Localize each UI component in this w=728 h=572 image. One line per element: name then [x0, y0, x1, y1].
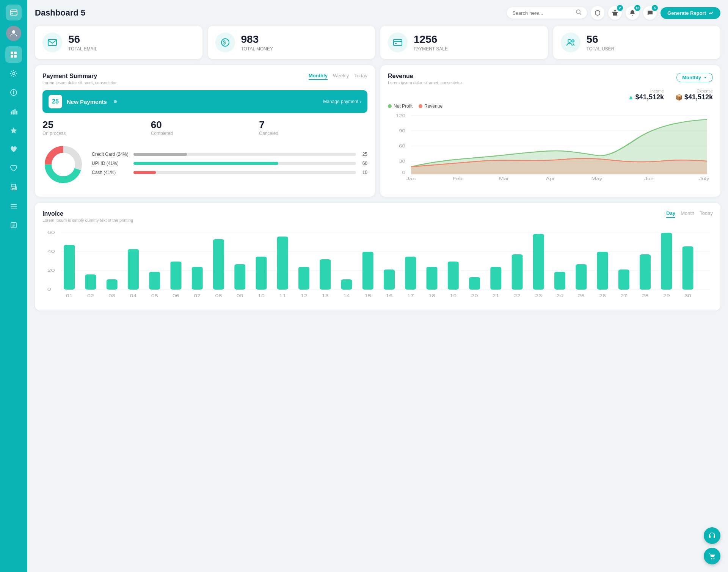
expense-value: 📦 $41,512k [675, 93, 713, 101]
revenue-chart: 120 90 60 30 0 Jan Feb Mar Apr May Jun J… [388, 112, 713, 188]
tab-invoice-today[interactable]: Today [700, 210, 713, 218]
revenue-filter-dropdown[interactable]: Monthly [676, 73, 713, 82]
svg-rect-86 [427, 267, 438, 290]
bar-fill-credit [133, 153, 187, 156]
svg-rect-98 [682, 246, 693, 290]
svg-text:May: May [591, 177, 602, 181]
svg-rect-91 [533, 234, 544, 290]
revenue-header: Revenue Lorem ipsum dolor sit amet, cons… [388, 73, 713, 85]
svg-point-130 [714, 558, 715, 559]
tab-invoice-day[interactable]: Day [666, 210, 675, 218]
bar-track-credit [133, 153, 356, 156]
manage-payment-link[interactable]: Manage payment › [323, 99, 361, 104]
bar-label-cash: Cash (41%) [92, 170, 130, 175]
svg-point-129 [711, 558, 712, 559]
bell-icon-btn[interactable]: 12 [626, 6, 639, 20]
svg-text:Jan: Jan [406, 177, 416, 181]
sidebar-item-heart1[interactable] [5, 141, 22, 158]
svg-text:20: 20 [47, 268, 55, 273]
svg-text:08: 08 [215, 294, 222, 298]
svg-point-19 [15, 188, 16, 188]
generate-report-button[interactable]: Generate Report [661, 7, 720, 19]
svg-text:26: 26 [599, 294, 606, 298]
revenue-card: Revenue Lorem ipsum dolor sit amet, cons… [380, 65, 720, 197]
svg-rect-5 [11, 55, 13, 58]
payment-stats-3col: 25 On process 60 Completed 7 Canceled [42, 119, 367, 136]
svg-rect-79 [277, 237, 288, 290]
bar-label-upi: UPI ID (41%) [92, 161, 130, 166]
svg-rect-69 [64, 245, 75, 290]
svg-rect-34 [394, 39, 402, 45]
chat-badge: 5 [652, 5, 658, 11]
svg-text:10: 10 [258, 294, 265, 298]
payment-tabs: Monthly Weekly Today [309, 73, 367, 80]
svg-rect-18 [12, 188, 15, 190]
svg-rect-16 [12, 184, 16, 187]
user-icon [561, 33, 581, 52]
invoice-subtitle: Lorem Ipsum is simply dummy text of the … [42, 218, 133, 223]
svg-text:20: 20 [471, 294, 478, 298]
svg-rect-97 [661, 233, 672, 290]
tab-payment-today[interactable]: Today [354, 73, 367, 80]
fab-group [704, 527, 720, 564]
sidebar-item-list[interactable] [5, 217, 22, 234]
svg-text:13: 13 [322, 294, 329, 298]
svg-rect-1 [11, 13, 13, 14]
svg-text:Jun: Jun [644, 177, 654, 181]
tab-payment-monthly[interactable]: Monthly [309, 73, 328, 80]
svg-rect-84 [384, 270, 395, 290]
fab-headset[interactable] [704, 527, 720, 544]
on-process-num: 25 [42, 119, 151, 131]
invoice-chart-svg: 60 40 20 0 [42, 227, 713, 303]
fab-cart[interactable] [704, 548, 720, 564]
tab-payment-weekly[interactable]: Weekly [333, 73, 349, 80]
svg-rect-81 [320, 259, 331, 290]
svg-text:14: 14 [343, 294, 350, 298]
revenue-dot [419, 104, 422, 108]
svg-rect-0 [10, 10, 17, 15]
svg-rect-4 [14, 52, 17, 54]
expense-box-icon: 📦 [675, 94, 683, 101]
completed-label: Completed [151, 131, 259, 136]
sidebar-avatar[interactable] [6, 26, 21, 41]
sidebar-item-settings[interactable] [5, 65, 22, 82]
svg-text:05: 05 [151, 294, 158, 298]
svg-point-38 [572, 40, 574, 42]
invoice-chart: 60 40 20 0 [42, 227, 713, 303]
tab-invoice-month[interactable]: Month [681, 210, 694, 218]
stat-card-payment: 1256 PAYMENT SALE [380, 26, 548, 59]
svg-text:12: 12 [301, 294, 308, 298]
svg-text:23: 23 [535, 294, 542, 298]
stat-card-user: 56 TOTAL USER [553, 26, 721, 59]
svg-text:06: 06 [173, 294, 179, 298]
sidebar-item-print[interactable] [5, 179, 22, 196]
stat-card-money: $ 983 TOTAL MONEY [208, 26, 375, 59]
sidebar-item-heart2[interactable] [5, 160, 22, 177]
sidebar-item-menu[interactable] [5, 198, 22, 215]
completed-num: 60 [151, 119, 259, 131]
search-icon [576, 9, 582, 16]
payment-icon [388, 33, 408, 52]
svg-rect-72 [128, 249, 139, 290]
gift-icon-btn[interactable]: 2 [608, 6, 622, 20]
sidebar-item-chart[interactable] [5, 103, 22, 120]
sidebar-item-dashboard[interactable] [5, 46, 22, 63]
sidebar-item-info[interactable] [5, 84, 22, 101]
svg-text:Apr: Apr [546, 177, 555, 181]
user-count: 56 [587, 33, 615, 45]
svg-rect-87 [448, 262, 459, 290]
svg-text:120: 120 [395, 114, 405, 118]
bar-val-credit: 25 [360, 152, 367, 157]
svg-rect-78 [256, 257, 267, 290]
sidebar-item-star[interactable] [5, 122, 22, 139]
svg-text:15: 15 [364, 294, 371, 298]
svg-rect-96 [640, 254, 651, 290]
new-payments-row: 25 New Payments Manage payment › [42, 90, 367, 113]
search-input[interactable] [512, 10, 573, 16]
dark-mode-toggle[interactable] [591, 6, 604, 20]
svg-rect-31 [48, 39, 56, 45]
donut-chart [42, 144, 84, 187]
email-label: TOTAL EMAIL [68, 46, 97, 52]
svg-text:03: 03 [108, 294, 115, 298]
chat-icon-btn[interactable]: 5 [643, 6, 657, 20]
